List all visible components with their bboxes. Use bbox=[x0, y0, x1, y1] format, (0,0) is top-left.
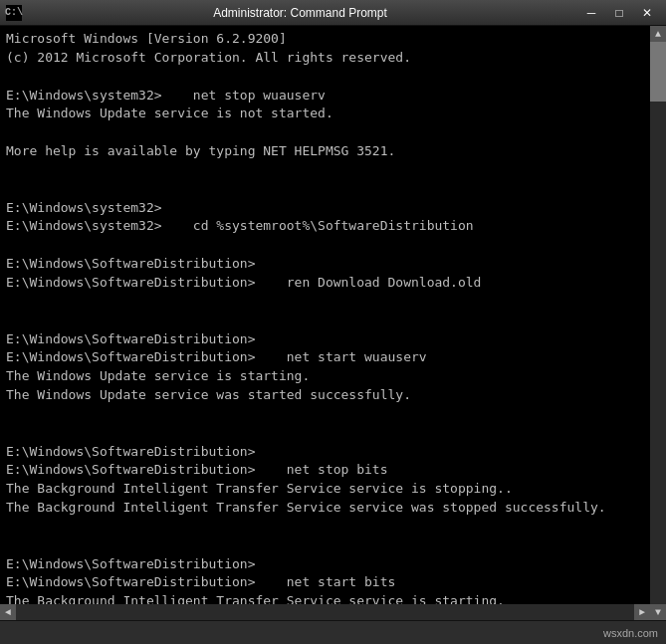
cmd-container: Microsoft Windows [Version 6.2.9200] (c)… bbox=[0, 26, 666, 620]
horizontal-scrollbar[interactable]: ◄ ► bbox=[0, 604, 650, 620]
title-bar: C:\ Administrator: Command Prompt ─ □ ✕ bbox=[0, 0, 666, 26]
scroll-left-button[interactable]: ◄ bbox=[0, 604, 16, 620]
scroll-right-button[interactable]: ► bbox=[634, 604, 650, 620]
status-bar: wsxdn.com bbox=[0, 620, 666, 644]
scroll-thumb-vertical[interactable] bbox=[650, 42, 666, 102]
minimize-button[interactable]: ─ bbox=[578, 3, 604, 23]
scroll-down-button[interactable]: ▼ bbox=[650, 604, 666, 620]
maximize-button[interactable]: □ bbox=[606, 3, 632, 23]
status-text: wsxdn.com bbox=[603, 627, 658, 639]
cmd-icon: C:\ bbox=[6, 5, 22, 21]
title-bar-left: C:\ bbox=[6, 5, 22, 21]
window-title: Administrator: Command Prompt bbox=[22, 6, 578, 20]
close-button[interactable]: ✕ bbox=[634, 3, 660, 23]
cmd-output-area[interactable]: Microsoft Windows [Version 6.2.9200] (c)… bbox=[0, 26, 650, 620]
cmd-output-text: Microsoft Windows [Version 6.2.9200] (c)… bbox=[6, 30, 644, 620]
title-bar-buttons: ─ □ ✕ bbox=[578, 3, 660, 23]
scroll-up-button[interactable]: ▲ bbox=[650, 26, 666, 42]
vertical-scrollbar[interactable]: ▲ ▼ bbox=[650, 26, 666, 620]
